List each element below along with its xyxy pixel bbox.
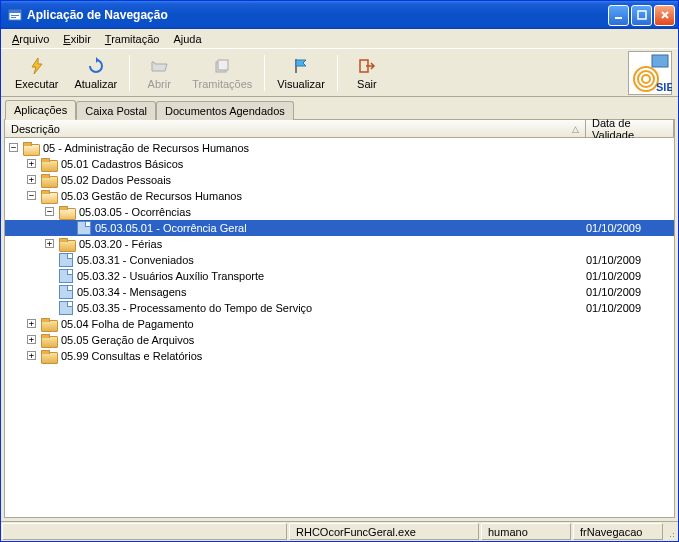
tree-row[interactable]: − 05 - Administração de Recursos Humanos — [5, 140, 674, 156]
button-label: Abrir — [148, 78, 171, 90]
tab-label: Documentos Agendados — [165, 105, 285, 117]
node-label: 05.03.32 - Usuários Auxílio Transporte — [76, 270, 586, 282]
tree-view[interactable]: − 05 - Administração de Recursos Humanos… — [5, 138, 674, 517]
svg-rect-1 — [9, 10, 21, 13]
button-label: Atualizar — [74, 78, 117, 90]
tab-bar: Aplicações Caixa Postal Documentos Agend… — [1, 97, 678, 119]
tree-row[interactable]: + 05.05 Geração de Arquivos — [5, 332, 674, 348]
node-label: 05.99 Consultas e Relatórios — [60, 350, 586, 362]
status-form: frNavegacao — [573, 523, 663, 540]
node-label: 05.02 Dados Pessoais — [60, 174, 586, 186]
node-label: 05.03.05.01 - Ocorrência Geral — [94, 222, 586, 234]
node-date: 01/10/2009 — [586, 254, 674, 266]
menu-arquivo[interactable]: Arquivo — [5, 31, 56, 47]
abrir-button: Abrir — [134, 52, 184, 94]
folder-open-icon — [59, 206, 75, 219]
tree-row[interactable]: 05.03.35 - Processamento do Tempo de Ser… — [5, 300, 674, 316]
node-date: 01/10/2009 — [586, 286, 674, 298]
tree-row[interactable]: 05.03.34 - Mensagens 01/10/2009 — [5, 284, 674, 300]
lightning-icon — [27, 56, 47, 76]
toolbar-separator — [264, 55, 265, 91]
collapse-icon[interactable]: − — [27, 191, 36, 200]
menu-label: ramitação — [111, 33, 159, 45]
node-label: 05 - Administração de Recursos Humanos — [42, 142, 586, 154]
svg-rect-5 — [638, 11, 646, 19]
document-icon — [59, 285, 73, 299]
folder-icon — [59, 238, 75, 251]
folder-icon — [41, 334, 57, 347]
collapse-icon[interactable]: − — [9, 143, 18, 152]
column-descricao[interactable]: Descrição △ — [5, 120, 586, 137]
tree-row[interactable]: + 05.02 Dados Pessoais — [5, 172, 674, 188]
flag-icon — [291, 56, 311, 76]
maximize-button[interactable] — [631, 5, 652, 26]
menu-ajuda[interactable]: Ajuda — [166, 31, 208, 47]
tab-label: Aplicações — [14, 104, 67, 116]
tree-row[interactable]: + 05.01 Cadastros Básicos — [5, 156, 674, 172]
resize-grip[interactable] — [664, 522, 678, 541]
toolbar-separator — [129, 55, 130, 91]
expand-icon[interactable]: + — [27, 159, 36, 168]
tab-caixa-postal[interactable]: Caixa Postal — [76, 101, 156, 120]
svg-rect-2 — [11, 15, 19, 16]
folder-open-icon — [23, 142, 39, 155]
folder-open-icon — [41, 190, 57, 203]
tree-row[interactable]: + 05.03.20 - Férias — [5, 236, 674, 252]
svg-rect-3 — [11, 17, 16, 18]
menu-tramitacao[interactable]: Tramitação — [98, 31, 167, 47]
expand-icon[interactable]: + — [27, 319, 36, 328]
sort-ascending-icon: △ — [572, 124, 579, 134]
column-label: Data de Validade — [592, 117, 667, 141]
expand-icon[interactable]: + — [45, 239, 54, 248]
node-label: 05.03.34 - Mensagens — [76, 286, 586, 298]
node-label: 05.03.31 - Conveniados — [76, 254, 586, 266]
toolbar: Executar Atualizar Abrir Tramitações Vis… — [1, 49, 678, 97]
svg-point-14 — [638, 71, 654, 87]
svg-rect-12 — [652, 55, 668, 67]
svg-rect-9 — [218, 60, 228, 70]
atualizar-button[interactable]: Atualizar — [66, 52, 125, 94]
minimize-button[interactable] — [608, 5, 629, 26]
node-date: 01/10/2009 — [586, 302, 674, 314]
column-validade[interactable]: Data de Validade — [586, 120, 674, 137]
expand-icon[interactable]: + — [27, 335, 36, 344]
status-user: humano — [481, 523, 571, 540]
tree-row[interactable]: − 05.03 Gestão de Recursos Humanos — [5, 188, 674, 204]
menu-exibir[interactable]: Exibir — [56, 31, 98, 47]
folder-icon — [41, 158, 57, 171]
status-bar: RHCOcorFuncGeral.exe humano frNavegacao — [1, 521, 678, 541]
document-icon — [59, 301, 73, 315]
button-label: Sair — [357, 78, 377, 90]
tab-aplicacoes[interactable]: Aplicações — [5, 100, 76, 120]
content-panel: Descrição △ Data de Validade − 05 - Admi… — [4, 119, 675, 518]
tree-row[interactable]: − 05.03.05 - Ocorrências — [5, 204, 674, 220]
executar-button[interactable]: Executar — [7, 52, 66, 94]
expand-icon[interactable]: + — [27, 175, 36, 184]
close-button[interactable] — [654, 5, 675, 26]
collapse-icon[interactable]: − — [45, 207, 54, 216]
tree-row[interactable]: + 05.99 Consultas e Relatórios — [5, 348, 674, 364]
node-label: 05.03 Gestão de Recursos Humanos — [60, 190, 586, 202]
document-stack-icon — [212, 56, 232, 76]
app-icon — [7, 7, 23, 23]
window-controls — [608, 5, 675, 26]
refresh-icon — [86, 56, 106, 76]
exit-icon — [357, 56, 377, 76]
tab-documentos[interactable]: Documentos Agendados — [156, 101, 294, 120]
node-label: 05.03.20 - Férias — [78, 238, 586, 250]
node-date: 01/10/2009 — [586, 270, 674, 282]
tree-row[interactable]: 05.03.32 - Usuários Auxílio Transporte 0… — [5, 268, 674, 284]
tree-row[interactable]: 05.03.31 - Conveniados 01/10/2009 — [5, 252, 674, 268]
tree-row-selected[interactable]: 05.03.05.01 - Ocorrência Geral 01/10/200… — [5, 220, 674, 236]
node-label: 05.05 Geração de Arquivos — [60, 334, 586, 346]
status-text: humano — [488, 526, 528, 538]
column-headers: Descrição △ Data de Validade — [5, 120, 674, 138]
button-label: Visualizar — [277, 78, 325, 90]
menu-label: xibir — [71, 33, 91, 45]
expand-icon[interactable]: + — [27, 351, 36, 360]
visualizar-button[interactable]: Visualizar — [269, 52, 333, 94]
tramitacoes-button: Tramitações — [184, 52, 260, 94]
tree-row[interactable]: + 05.04 Folha de Pagamento — [5, 316, 674, 332]
status-exe: RHCOcorFuncGeral.exe — [289, 523, 479, 540]
sair-button[interactable]: Sair — [342, 52, 392, 94]
